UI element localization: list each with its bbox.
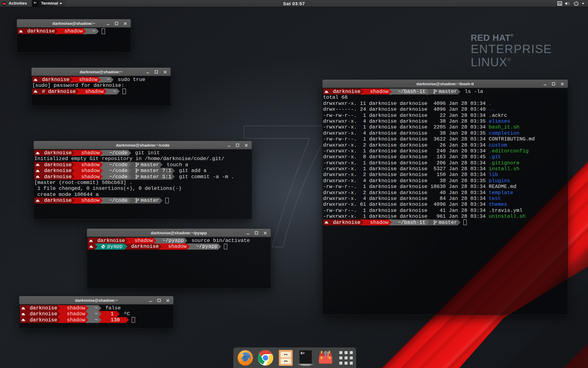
svg-text:$>: $>: [300, 351, 305, 355]
